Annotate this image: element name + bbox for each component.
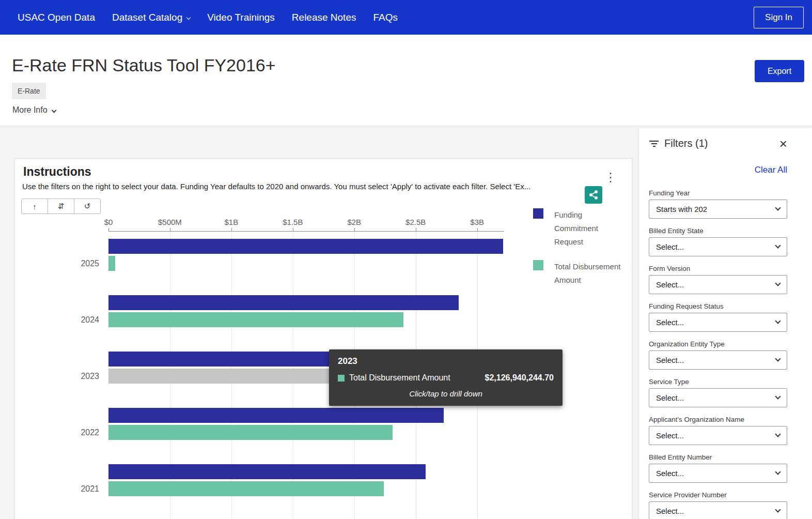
chevron-down-icon [775,280,780,286]
legend-item[interactable]: Total Disbursement Amount [533,260,626,287]
chart-card: Instructions Use the filters on the righ… [14,158,632,519]
nav-item-label: Dataset Catalog [112,12,182,23]
filter-label: Billed Entity Number [649,453,787,461]
filter-value: Select... [656,356,684,364]
more-info-label: More Info [12,105,48,115]
filter-select-billed-entity-state[interactable]: Select... [649,237,787,256]
filter-label: Funding Year [649,189,787,197]
filter-group: Service TypeSelect... [649,378,787,407]
top-nav: USAC Open Data Dataset Catalog Video Tra… [0,0,812,35]
share-icon [588,190,599,200]
expand-next-level-button[interactable]: ⇵ [48,199,74,214]
tooltip-row: Total Disbursement Amount $2,126,940,244… [338,373,554,383]
y-axis-label: 2021 [66,464,99,513]
filter-select-service-provider-number[interactable]: Select... [649,501,787,519]
tooltip-series-swatch [338,375,345,381]
filter-label: Service Provider Number [649,491,787,499]
export-button[interactable]: Export [755,60,804,82]
chart-legend: Funding Commitment RequestTotal Disburse… [533,208,626,287]
tooltip-title: 2023 [338,356,554,367]
chevron-down-icon [186,15,191,19]
bar-funding-commitment[interactable] [108,408,444,423]
bar-funding-commitment[interactable] [108,295,459,310]
filter-select-form-version[interactable]: Select... [649,275,787,294]
x-tick-label: $500M [158,218,182,226]
legend-item[interactable]: Funding Commitment Request [533,208,626,249]
x-tick-label: $2B [347,218,361,226]
x-tick-label: $1.5B [283,218,303,226]
clear-all-link[interactable]: Clear All [649,165,787,175]
page-header: E-Rate FRN Status Tool FY2016+ E-Rate Mo… [0,35,812,126]
filter-label: Service Type [649,378,787,386]
filter-select-service-type[interactable]: Select... [649,388,787,407]
drill-up-button[interactable]: ↑ [21,199,48,214]
filter-select-organization-entity-type[interactable]: Select... [649,350,787,370]
nav-item-dataset-catalog[interactable]: Dataset Catalog [112,12,190,23]
filter-select-applicant-s-organization-name[interactable]: Select... [649,426,787,445]
bar-total-disbursement[interactable] [108,425,393,440]
share-button[interactable] [585,186,602,204]
more-info-toggle[interactable]: More Info [12,105,56,115]
close-icon: × [779,136,787,151]
filters-fields: Funding YearStarts with 202Billed Entity… [649,189,787,519]
filter-group: Organization Entity TypeSelect... [649,340,787,370]
chart-title: Instructions [23,165,91,179]
filter-select-funding-request-status[interactable]: Select... [649,313,787,332]
filter-group: Billed Entity NumberSelect... [649,453,787,483]
bar-total-disbursement[interactable] [108,481,384,496]
filter-value: Starts with 202 [656,205,707,213]
chevron-down-icon [775,205,780,210]
y-axis-label: 2025 [66,239,99,288]
filter-group: Form VersionSelect... [649,265,787,294]
bar-total-disbursement[interactable] [108,312,403,327]
y-axis-label: 2023 [66,352,99,401]
category-tag[interactable]: E-Rate [12,83,46,99]
undo-icon: ↺ [84,202,91,211]
x-axis: $0$500M$1B$1.5B$2B$2.5B$3B [108,217,504,231]
more-options-button[interactable]: ⋮ [604,170,617,185]
filter-label: Funding Request Status [649,302,787,310]
filter-label: Billed Entity State [649,227,787,235]
chevron-down-icon [775,393,780,399]
filter-select-billed-entity-number[interactable]: Select... [649,464,787,483]
filter-icon [649,141,659,147]
chevron-down-icon [775,242,780,248]
filter-select-funding-year[interactable]: Starts with 202 [649,200,787,219]
chart-toolbar: ↑⇵↺ [21,199,101,214]
filter-label: Form Version [649,265,787,272]
sign-in-button[interactable]: Sign In [754,7,804,28]
tooltip-hint: Click/tap to drill down [338,389,554,398]
filter-group: Applicant's Organization NameSelect... [649,416,787,445]
drill-up-icon: ↑ [33,202,37,211]
filter-label: Organization Entity Type [649,340,787,348]
chart-description: Use the filters on the right to select y… [22,182,544,191]
bar-funding-commitment[interactable] [108,239,503,254]
filter-value: Select... [656,431,684,440]
nav-item-release-notes[interactable]: Release Notes [292,12,356,23]
x-tick-label: $1B [225,218,239,226]
close-filters-button[interactable]: × [779,139,787,149]
kebab-icon: ⋮ [604,170,617,184]
x-tick-label: $2.5B [405,218,426,226]
bar-group: 2021 [108,464,504,513]
filter-group: Service Provider NumberSelect... [649,491,787,519]
nav-item-faqs[interactable]: FAQs [373,12,398,23]
chevron-down-icon [775,469,780,475]
filter-value: Select... [656,280,684,289]
chart-tooltip: 2023 Total Disbursement Amount $2,126,94… [329,349,563,406]
filter-group: Funding Request StatusSelect... [649,302,787,332]
bar-total-disbursement[interactable] [108,256,115,271]
filter-value: Select... [656,393,684,402]
tooltip-value: $2,126,940,244.70 [485,373,554,383]
filter-value: Select... [656,242,684,251]
undo-button[interactable]: ↺ [74,199,101,214]
nav-item-video-trainings[interactable]: Video Trainings [207,12,275,23]
bar-group: 2025 [108,239,504,288]
filters-header: Filters (1) × [649,138,787,149]
bar-group: 2022 [108,408,504,457]
nav-brand[interactable]: USAC Open Data [18,12,95,23]
bar-funding-commitment[interactable] [108,464,426,479]
legend-swatch [533,260,543,270]
filter-value: Select... [656,507,684,515]
chevron-down-icon [775,507,780,512]
